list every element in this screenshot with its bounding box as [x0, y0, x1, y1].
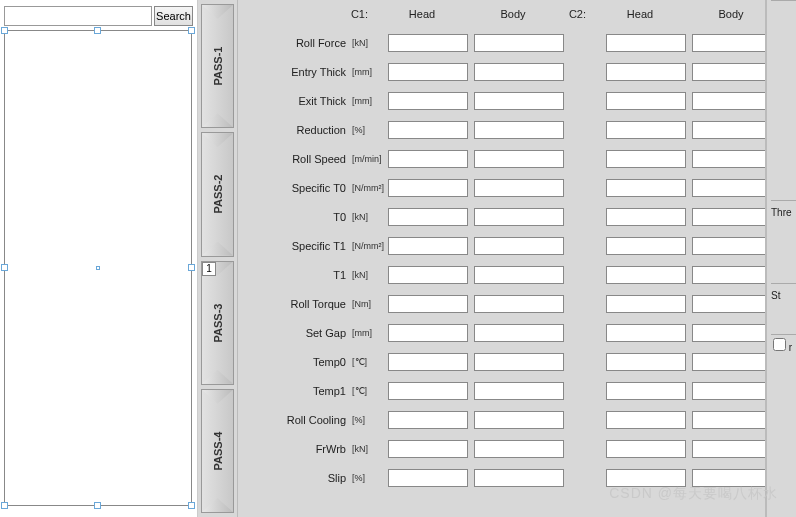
input-c2-body[interactable] — [692, 63, 766, 81]
input-c2-body[interactable] — [692, 469, 766, 487]
resize-handle-sw[interactable] — [1, 502, 8, 509]
input-c1-head[interactable] — [388, 179, 468, 197]
resize-handle-ne[interactable] — [188, 27, 195, 34]
input-c2-head[interactable] — [606, 179, 686, 197]
input-c1-body[interactable] — [474, 121, 564, 139]
input-c1-head[interactable] — [388, 411, 468, 429]
input-c2-body[interactable] — [692, 237, 766, 255]
input-c1-body[interactable] — [474, 237, 564, 255]
input-c1-head[interactable] — [388, 266, 468, 284]
input-c1-head[interactable] — [388, 440, 468, 458]
input-c2-body[interactable] — [692, 34, 766, 52]
input-c1-head[interactable] — [388, 324, 468, 342]
input-c2-body[interactable] — [692, 179, 766, 197]
param-label: FrWrb — [246, 443, 346, 455]
input-c1-body[interactable] — [474, 324, 564, 342]
input-c2-body[interactable] — [692, 324, 766, 342]
input-c1-body[interactable] — [474, 440, 564, 458]
param-unit: [mm] — [352, 328, 382, 338]
input-c2-body[interactable] — [692, 92, 766, 110]
param-label: T0 — [246, 211, 346, 223]
input-c1-head[interactable] — [388, 121, 468, 139]
input-c1-head[interactable] — [388, 295, 468, 313]
input-c2-body[interactable] — [692, 150, 766, 168]
input-c2-head[interactable] — [606, 324, 686, 342]
col-body-label: Body — [468, 8, 558, 20]
pass-tab-label: PASS-3 — [212, 303, 224, 342]
resize-handle-s[interactable] — [94, 502, 101, 509]
input-c1-body[interactable] — [474, 382, 564, 400]
input-c2-body[interactable] — [692, 411, 766, 429]
main-panel: C1: Head Body C2: Head Body Roll Force[k… — [238, 0, 766, 517]
input-c2-head[interactable] — [606, 353, 686, 371]
col-head-label: Head — [382, 8, 462, 20]
right-panel: Thre St r — [766, 0, 796, 517]
resize-handle-n[interactable] — [94, 27, 101, 34]
param-row: Exit Thick[mm] — [238, 86, 765, 115]
input-c2-head[interactable] — [606, 469, 686, 487]
input-c1-head[interactable] — [388, 469, 468, 487]
input-c1-body[interactable] — [474, 150, 564, 168]
input-c2-head[interactable] — [606, 121, 686, 139]
pass-tab-2[interactable]: PASS-2 — [201, 132, 234, 256]
input-c1-body[interactable] — [474, 353, 564, 371]
input-c1-body[interactable] — [474, 208, 564, 226]
input-c2-body[interactable] — [692, 121, 766, 139]
param-unit: [℃] — [352, 357, 382, 367]
input-c1-body[interactable] — [474, 411, 564, 429]
input-c1-head[interactable] — [388, 92, 468, 110]
input-c1-body[interactable] — [474, 63, 564, 81]
col-body-label: Body — [686, 8, 766, 20]
input-c2-head[interactable] — [606, 208, 686, 226]
param-unit: [%] — [352, 473, 382, 483]
right-section-3: St — [771, 283, 796, 301]
input-c1-head[interactable] — [388, 237, 468, 255]
input-c1-head[interactable] — [388, 150, 468, 168]
resize-handle-nw[interactable] — [1, 27, 8, 34]
input-c1-head[interactable] — [388, 353, 468, 371]
param-row: Roll Force[kN] — [238, 28, 765, 57]
input-c2-head[interactable] — [606, 150, 686, 168]
input-c1-body[interactable] — [474, 295, 564, 313]
input-c1-body[interactable] — [474, 179, 564, 197]
param-row: Specific T0[N/mm²] — [238, 173, 765, 202]
param-row: T0[kN] — [238, 202, 765, 231]
right-checkbox-row[interactable]: r — [773, 338, 792, 353]
pass-tab-1[interactable]: PASS-1 — [201, 4, 234, 128]
input-c2-body[interactable] — [692, 266, 766, 284]
input-c1-body[interactable] — [474, 469, 564, 487]
input-c1-body[interactable] — [474, 34, 564, 52]
resize-handle-w[interactable] — [1, 264, 8, 271]
input-c1-head[interactable] — [388, 63, 468, 81]
input-c2-body[interactable] — [692, 440, 766, 458]
resize-handle-se[interactable] — [188, 502, 195, 509]
input-c2-body[interactable] — [692, 382, 766, 400]
param-label: Roll Cooling — [246, 414, 346, 426]
input-c2-head[interactable] — [606, 266, 686, 284]
resize-handle-e[interactable] — [188, 264, 195, 271]
input-c2-head[interactable] — [606, 34, 686, 52]
right-checkbox[interactable] — [773, 338, 786, 351]
input-c1-body[interactable] — [474, 92, 564, 110]
input-c2-head[interactable] — [606, 92, 686, 110]
param-label: Set Gap — [246, 327, 346, 339]
input-c2-head[interactable] — [606, 411, 686, 429]
input-c1-body[interactable] — [474, 266, 564, 284]
input-c2-body[interactable] — [692, 295, 766, 313]
design-canvas[interactable] — [4, 30, 192, 506]
input-c1-head[interactable] — [388, 34, 468, 52]
pass-tab-4[interactable]: PASS-4 — [201, 389, 234, 513]
input-c2-body[interactable] — [692, 208, 766, 226]
search-button[interactable]: Search — [154, 6, 193, 26]
input-c2-head[interactable] — [606, 440, 686, 458]
input-c2-head[interactable] — [606, 63, 686, 81]
param-unit: [mm] — [352, 96, 382, 106]
input-c2-body[interactable] — [692, 353, 766, 371]
search-input[interactable] — [4, 6, 152, 26]
input-c1-head[interactable] — [388, 382, 468, 400]
input-c2-head[interactable] — [606, 295, 686, 313]
input-c2-head[interactable] — [606, 237, 686, 255]
pass-tab-3[interactable]: PASS-3 — [201, 261, 234, 385]
input-c1-head[interactable] — [388, 208, 468, 226]
input-c2-head[interactable] — [606, 382, 686, 400]
